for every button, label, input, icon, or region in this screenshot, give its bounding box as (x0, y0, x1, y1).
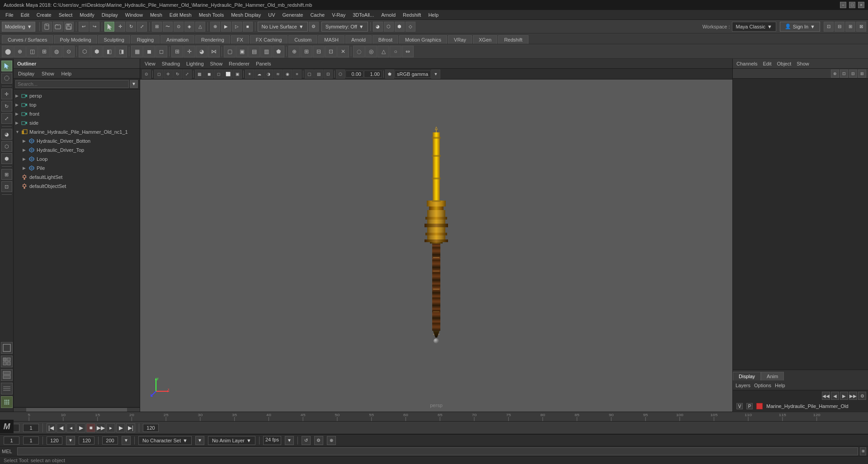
snap-point-button[interactable]: ⊙ (174, 22, 184, 32)
no-char-toggle[interactable]: ▼ (195, 436, 204, 445)
select-object-btn[interactable]: ⬤ (2, 46, 14, 57)
open-scene-button[interactable] (53, 22, 63, 32)
tab-animation[interactable]: Animation (160, 35, 194, 44)
bc-range-start[interactable] (47, 436, 62, 445)
snap-grid-button[interactable]: ⊞ (152, 22, 162, 32)
bc-current-frame[interactable] (4, 436, 19, 445)
mel-input[interactable] (17, 447, 858, 455)
tab-curves-surfaces[interactable]: Curves / Surfaces (2, 35, 53, 44)
select-tool-button[interactable] (104, 22, 114, 32)
bc-start[interactable] (23, 436, 39, 445)
smooth-shade-btn[interactable]: ◼ (143, 46, 155, 57)
tab-mash[interactable]: MASH (318, 35, 344, 44)
rotate-tool-lt[interactable]: ↻ (1, 101, 12, 112)
sign-in-button[interactable]: 👤 Sign In ▼ (780, 22, 820, 32)
skip-to-start-btn[interactable]: |◀ (47, 423, 56, 432)
help-menu-right[interactable]: Help (775, 383, 785, 388)
vt-shadow-btn[interactable]: ☁ (255, 70, 264, 79)
hotbox-lt[interactable] (1, 396, 13, 408)
channels-menu[interactable]: Channels (736, 61, 757, 66)
connect-btn[interactable]: ⊕ (288, 46, 300, 57)
extrude-btn[interactable]: ▤ (248, 46, 260, 57)
menu-vray[interactable]: V-Ray (328, 11, 349, 19)
new-scene-button[interactable] (42, 22, 52, 32)
redo-button[interactable]: ↪ (90, 22, 99, 32)
select-component-btn[interactable]: ◫ (26, 46, 38, 57)
layout-btn-3[interactable]: ⊞ (845, 22, 855, 32)
select-multcomponent-btn[interactable]: ⊞ (38, 46, 50, 57)
vt-color-manage-btn[interactable]: ⬟ (385, 70, 394, 79)
tab-fx-caching[interactable]: FX Caching (250, 35, 288, 44)
lasso-tool-lt[interactable] (1, 73, 12, 84)
bc-range-end[interactable] (79, 436, 94, 445)
close-button[interactable]: × (858, 2, 864, 8)
menu-display[interactable]: Display (98, 11, 122, 19)
scale-tool-lt[interactable]: ⤢ (1, 113, 12, 124)
mel-execute-btn[interactable]: ⊞ (860, 447, 866, 455)
vt-display-btn[interactable]: ▢ (305, 70, 314, 79)
layout-btn-2[interactable]: ⊟ (835, 22, 844, 32)
rp-icon-4[interactable]: ⊞ (858, 70, 866, 78)
stop-playback-btn[interactable]: ■ (86, 423, 95, 432)
vt-select-btn[interactable]: ◻ (154, 70, 163, 79)
menu-modify[interactable]: Modify (76, 11, 98, 19)
workspace-selector[interactable]: Workspace : Maya Classic ▼ (703, 22, 776, 32)
menu-mesh-tools[interactable]: Mesh Tools (195, 11, 227, 19)
next-key-btn[interactable]: ▸ (106, 423, 115, 432)
soft-select-button[interactable]: ◕ (373, 22, 383, 32)
rp-icon-3[interactable]: ⊟ (849, 70, 857, 78)
fps-selector[interactable]: 24 fps (263, 436, 281, 445)
tab-custom[interactable]: Custom (288, 35, 317, 44)
viewport-lighting-menu[interactable]: Lighting (184, 60, 207, 67)
color-space-input[interactable] (395, 70, 431, 78)
layer-color-swatch[interactable] (756, 403, 763, 409)
vt-flat-btn[interactable]: ◻ (214, 70, 223, 79)
tab-xgen[interactable]: XGen (473, 35, 497, 44)
skip-to-end-btn[interactable]: ▶| (126, 423, 135, 432)
layer-visibility-toggle[interactable]: V (736, 403, 743, 409)
dnb-options[interactable]: ⚙ (858, 392, 866, 400)
mode-selector[interactable]: Modeling ▼ (2, 22, 35, 32)
snap-surface-button[interactable]: △ (195, 22, 205, 32)
vt-wire-btn[interactable]: ▦ (195, 70, 204, 79)
bc-range-toggle[interactable]: ▼ (66, 436, 75, 445)
paint-lt[interactable]: ⬡ (1, 141, 12, 152)
offset-edge-btn[interactable]: ⊟ (313, 46, 325, 57)
scale-tool-button[interactable]: ⤢ (137, 22, 147, 32)
menu-help[interactable]: Help (425, 11, 442, 19)
snap-view-button[interactable]: ◈ (184, 22, 194, 32)
anim-options-btn[interactable]: ⚙ (314, 436, 323, 445)
menu-mesh-display[interactable]: Mesh Display (227, 11, 264, 19)
menu-edit[interactable]: Edit (17, 11, 33, 19)
viewport-renderer-menu[interactable]: Renderer (226, 60, 252, 67)
vt-bounding-btn[interactable]: ⬜ (223, 70, 232, 79)
show-menu-right[interactable]: Show (797, 61, 809, 66)
tab-motion-graphics[interactable]: Motion Graphics (399, 35, 447, 44)
end-frame-input[interactable] (143, 424, 159, 432)
viewport-view-menu[interactable]: View (142, 60, 158, 67)
rotate-tool-button[interactable]: ↻ (126, 22, 136, 32)
layout-1-panel-btn[interactable] (1, 342, 13, 354)
vt-move-btn[interactable]: ✛ (164, 70, 173, 79)
face-mode-btn[interactable]: ◧ (103, 46, 115, 57)
outliner-help-menu[interactable]: Help (59, 70, 75, 77)
vt-smooth-wire-btn[interactable]: ▣ (233, 70, 242, 79)
no-live-surface-dropdown[interactable]: No Live Surface ▼ (258, 22, 308, 32)
outliner-item-driver-top[interactable]: ▶ Hydraulic_Driver_Top (14, 145, 140, 155)
vertex-mode-btn[interactable]: ⬡ (79, 46, 90, 57)
anim-pref-btn[interactable]: ↺ (302, 436, 311, 445)
mirror-btn[interactable]: ⇔ (402, 46, 414, 57)
rp-icon-2[interactable]: ⊡ (840, 70, 848, 78)
fps-dropdown[interactable]: ▼ (285, 436, 294, 445)
outliner-item-pile[interactable]: ▶ Pile (14, 164, 140, 173)
vt-overscan-btn[interactable]: ⊡ (324, 70, 333, 79)
menu-redshift[interactable]: Redshift (399, 11, 425, 19)
outliner-item-front[interactable]: ▶ front (14, 109, 140, 118)
tab-sculpting[interactable]: Sculpting (98, 35, 130, 44)
bc-end[interactable] (102, 436, 118, 445)
bridge-btn[interactable]: ▥ (260, 46, 272, 57)
relax-btn[interactable]: ◌ (353, 46, 365, 57)
outliner-item-top[interactable]: ▶ top (14, 100, 140, 109)
outliner-display-menu[interactable]: Display (15, 70, 37, 77)
wireframe-btn[interactable]: ▦ (131, 46, 143, 57)
